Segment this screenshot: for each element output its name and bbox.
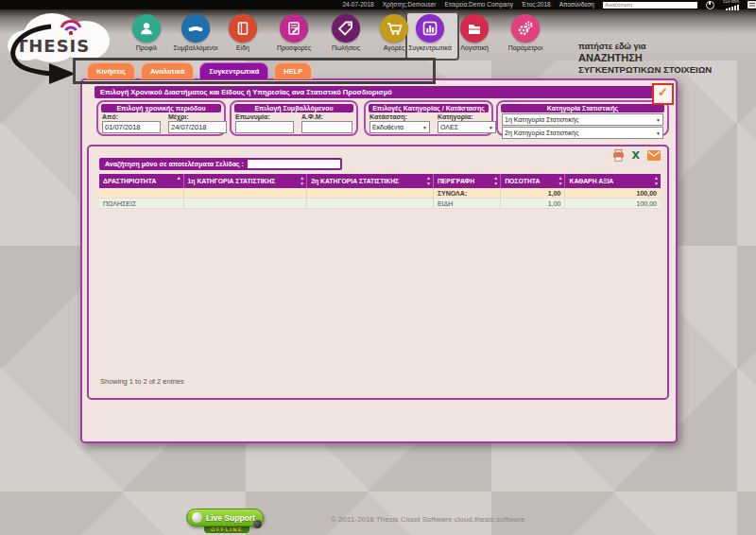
contractor-fieldset: Επιλογή Συμβαλλόμενου Επωνυμία: Α.Φ.Μ: xyxy=(230,100,358,136)
table-row-totals: ΣΥΝΟΛΑ: 1,00 100,00 xyxy=(99,188,661,198)
status-dot-icon xyxy=(192,512,202,523)
vat-label: Α.Φ.Μ: xyxy=(301,113,352,121)
copyright-text: © 2011-2018 Thesis Cloud Software cloud.… xyxy=(331,515,524,524)
page-search-input[interactable] xyxy=(248,160,340,168)
period-fieldset-title: Επιλογή χρονικής περιόδου xyxy=(101,104,221,112)
sort-asc-icon: ▲ xyxy=(177,175,181,181)
nav-item-offers[interactable]: Προσφορές xyxy=(266,14,321,51)
nav-item-profile[interactable]: Προφίλ xyxy=(119,14,174,51)
chevron-down-icon: ▼ xyxy=(489,125,493,130)
thesis-app-screen: 24-07-2018 Χρήστης:Demouser Εταιρεία:Dem… xyxy=(0,0,756,535)
category-select[interactable]: ΟΛΕΣ ▼ xyxy=(438,121,496,133)
thesis-logo[interactable]: THESIS xyxy=(8,11,113,60)
entries-summary: Showing 1 to 2 of 2 entries xyxy=(100,377,184,386)
category-fieldset-title: Επιλογές Κατηγορίας / Κατάστασης xyxy=(369,104,489,112)
tab-help[interactable]: HELP xyxy=(274,62,312,79)
statistic-category-2-select[interactable]: 2η Κατηγορία Στατιστικής ▼ xyxy=(502,127,663,139)
company-name-label: Επωνυμία: xyxy=(235,113,294,121)
category-fieldset: Επιλογές Κατηγορίας / Κατάστασης Κατάστα… xyxy=(364,100,493,136)
print-icon[interactable] xyxy=(612,149,625,162)
column-header-activity[interactable]: ΔΡΑΣΤΗΡΙΟΤΗΤΑ▲ xyxy=(99,174,183,188)
filter-section-title: Επιλογή Χρονικού Διαστήματος και Είδους … xyxy=(94,86,654,98)
tab-movements[interactable]: Κινήσεις xyxy=(87,62,135,79)
statistic-fieldset: Κατηγορία Στατιστικής 1η Κατηγορία Στατι… xyxy=(496,100,669,136)
sort-icon: ▲▼ xyxy=(558,175,563,186)
sort-icon: ▲▼ xyxy=(493,175,498,186)
current-user: Χρήστης:Demouser xyxy=(383,0,437,9)
confirm-search-button[interactable]: ✓ xyxy=(652,83,674,105)
offer-document-icon[interactable] xyxy=(280,14,308,43)
period-fieldset: Επιλογή χρονικής περιόδου Από: Μέχρι: xyxy=(96,100,226,136)
gears-icon[interactable] xyxy=(511,14,540,43)
column-header-stat-category-2[interactable]: 2η ΚΑΤΗΓΟΡΙΑ ΣΤΑΤΙΣΤΙΚΗΣ▲▼ xyxy=(307,174,434,188)
main-window: Επιλογή Χρονικού Διαστήματος και Είδους … xyxy=(80,78,678,443)
folder-icon[interactable] xyxy=(460,14,489,43)
chevron-down-icon: ▼ xyxy=(656,130,661,136)
price-tag-icon[interactable] xyxy=(332,14,360,43)
date-from-input[interactable] xyxy=(102,121,161,133)
statistic-category-1-select[interactable]: 1η Κατηγορία Στατιστικής ▼ xyxy=(502,113,663,126)
person-icon[interactable] xyxy=(132,14,161,43)
hint-line-1: πατήστε εδώ για xyxy=(578,42,754,51)
global-search-input[interactable] xyxy=(603,2,697,9)
category-label: Κατηγορία: xyxy=(438,113,496,121)
tab-bar: Κινήσεις Αναλυτικά Συγκεντρωτικά HELP xyxy=(87,62,312,79)
status-select[interactable]: Εκδοθέντα ▼ xyxy=(369,121,430,133)
sort-icon: ▲▼ xyxy=(654,175,659,186)
power-icon[interactable] xyxy=(706,1,714,9)
current-date: 24-07-2018 xyxy=(342,0,373,9)
nav-item-accounting[interactable]: Λογιστική xyxy=(447,14,502,51)
live-support-status: OFFLINE xyxy=(204,526,249,533)
live-support-knob-icon xyxy=(253,520,262,528)
column-header-quantity[interactable]: ΠΟΣΟΤΗΤΑ▲▼ xyxy=(501,174,565,188)
live-support-button[interactable]: Live Support xyxy=(186,509,264,526)
hint-line-2: ΑΝΑΖΗΤΗΣΗ xyxy=(578,52,754,63)
date-to-input[interactable] xyxy=(168,121,227,133)
items-ledger-icon[interactable] xyxy=(229,14,257,43)
company-name-input[interactable] xyxy=(235,121,294,133)
handshake-icon[interactable] xyxy=(181,14,210,43)
table-header-row: ΔΡΑΣΤΗΡΙΟΤΗΤΑ▲ 1η ΚΑΤΗΓΟΡΙΑ ΣΤΑΤΙΣΤΙΚΗΣ▲… xyxy=(99,174,661,188)
page-search-label: Αναζήτηση μόνο σε αποτελέσματα Σελίδας : xyxy=(105,161,244,167)
top-status-bar: 24-07-2018 Χρήστης:Demouser Εταιρεία:Dem… xyxy=(0,0,756,9)
to-label: Μέχρι: xyxy=(168,113,227,121)
nav-item-sales[interactable]: Πωλήσεις xyxy=(318,14,373,51)
page-search-bar: Αναζήτηση μόνο σε αποτελέσματα Σελίδας : xyxy=(99,158,342,170)
logout-link[interactable]: Αποσύνδεση xyxy=(559,0,594,9)
vat-input[interactable] xyxy=(301,121,352,133)
results-panel: X Αναζήτηση μόνο σε αποτελέσματα Σελίδας… xyxy=(87,145,669,400)
brand-name: THESIS xyxy=(16,36,90,56)
nav-item-parameters[interactable]: Παράμετροι xyxy=(498,14,553,51)
column-header-description[interactable]: ΠΕΡΙΓΡΑΦΗ▲▼ xyxy=(433,174,500,188)
status-label: Κατάσταση: xyxy=(369,113,430,121)
bandwidth-value: 519 kb/s xyxy=(723,0,739,4)
sort-icon: ▲▼ xyxy=(300,175,304,186)
bar-chart-icon[interactable] xyxy=(416,14,444,43)
contractor-fieldset-title: Επιλογή Συμβαλλόμενου xyxy=(234,104,353,112)
bandwidth-indicator: 519 kb/s xyxy=(723,0,739,10)
column-header-net-value[interactable]: ΚΑΘΑΡΗ ΑΞΙΑ▲▼ xyxy=(565,174,661,188)
live-support-label: Live Support xyxy=(206,513,255,523)
table-row: ΠΩΛΗΣΕΙΣ ΕΙΔΗ 1,00 100,00 xyxy=(99,198,661,209)
from-label: Από: xyxy=(102,113,161,121)
statistic-fieldset-title: Κατηγορία Στατιστικής xyxy=(501,104,664,112)
chevron-down-icon: ▼ xyxy=(656,117,661,123)
signal-bars-icon xyxy=(726,5,739,10)
email-icon[interactable] xyxy=(647,150,661,161)
results-table: ΔΡΑΣΤΗΡΙΟΤΗΤΑ▲ 1η ΚΑΤΗΓΟΡΙΑ ΣΤΑΤΙΣΤΙΚΗΣ▲… xyxy=(99,174,661,209)
nav-item-items[interactable]: Είδη xyxy=(215,14,270,51)
excel-export-icon[interactable]: X xyxy=(632,150,640,161)
current-company: Εταιρεία:Demo Company xyxy=(444,0,513,9)
battery-icon xyxy=(747,1,756,9)
sort-icon: ▲▼ xyxy=(426,175,431,186)
chevron-down-icon: ▼ xyxy=(422,125,427,130)
export-toolbar: X xyxy=(612,149,661,162)
tab-aggregates[interactable]: Συγκεντρωτικά xyxy=(199,62,268,79)
column-header-stat-category-1[interactable]: 1η ΚΑΤΗΓΟΡΙΑ ΣΤΑΤΙΣΤΙΚΗΣ▲▼ xyxy=(183,174,307,188)
hint-line-3: ΣΥΓΚΕΝΤΡΩΤΙΚΩΝ ΣΤΟΙΧΕΙΩΝ xyxy=(578,64,754,75)
tab-analytics[interactable]: Αναλυτικά xyxy=(141,62,194,79)
search-hint-link[interactable]: πατήστε εδώ για ΑΝΑΖΗΤΗΣΗ ΣΥΓΚΕΝΤΡΩΤΙΚΩΝ… xyxy=(578,42,754,75)
current-year: Έτος:2018 xyxy=(522,0,551,9)
